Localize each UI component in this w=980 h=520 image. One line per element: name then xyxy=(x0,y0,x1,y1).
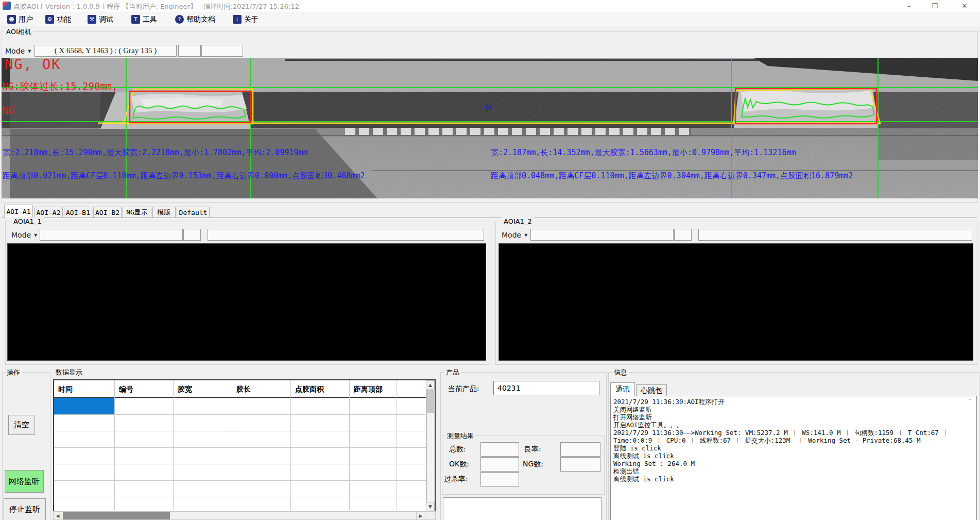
chevron-down-icon: ▼ xyxy=(524,233,527,238)
aoia1-2-mode-dropdown[interactable]: Mode▼ xyxy=(502,229,527,241)
overkill-rate-field xyxy=(480,472,519,487)
clear-button[interactable]: 清空 xyxy=(8,415,35,435)
log-line: 离线测试 is click xyxy=(613,452,674,460)
column-header-glue-length[interactable]: 胶长 xyxy=(236,385,251,394)
camera-mode-dropdown[interactable]: Mode▼ xyxy=(5,45,31,57)
table-vscrollbar-thumb[interactable] xyxy=(427,390,434,413)
log-line: Working Set : 264.0 M xyxy=(613,460,695,467)
chevron-down-icon: ▼ xyxy=(34,233,37,238)
ok-count-label: OK数: xyxy=(449,460,469,469)
about-icon: i xyxy=(233,15,242,24)
row-separator xyxy=(54,480,426,481)
menu-item-user[interactable]: ☻ 用户 xyxy=(7,14,33,24)
tab-aoi-a2[interactable]: AOI-A2 xyxy=(34,207,63,218)
column-header-glue-area[interactable]: 点胶面积 xyxy=(295,385,324,394)
aoia1-2-group-label: AOIA1_2 xyxy=(502,217,534,225)
tab-default[interactable]: Default xyxy=(177,207,210,218)
tab-ng-display[interactable]: NG显示 xyxy=(123,207,151,218)
row-separator xyxy=(54,447,426,448)
tab-aoi-a1[interactable]: AOI-A1 xyxy=(4,205,33,218)
gear-icon: ⚙ xyxy=(45,15,54,24)
yield-rate-field xyxy=(560,442,600,457)
menu-item-tools[interactable]: T 工具 xyxy=(131,14,157,24)
result-ng-ok-text: NG, OK xyxy=(5,58,61,72)
aoia1-1-field-1 xyxy=(40,229,183,241)
log-line: 打开网络监听 xyxy=(613,413,652,421)
column-header-glue-width[interactable]: 胶宽 xyxy=(178,385,192,394)
title-bar: 点胶AOI [ Version : 1.0.0.9 ] 程序 【当前用户: En… xyxy=(0,0,980,12)
aoia1-1-field-2 xyxy=(183,229,201,241)
minimize-button[interactable]: – xyxy=(897,0,921,12)
current-product-field[interactable]: 40231 xyxy=(493,381,599,395)
ok-count-field xyxy=(480,457,519,472)
total-count-field xyxy=(480,442,519,457)
measure-right-line2: 距离顶部0.048mm,距离CF层0.110mm,距离左边界0.304mm,距离… xyxy=(491,171,853,181)
tab-comm[interactable]: 通讯 xyxy=(610,382,635,396)
column-header-top-distance[interactable]: 距离顶部 xyxy=(354,385,383,394)
camera-group-label: AOI相机 xyxy=(4,27,33,37)
tab-aoi-b1[interactable]: AOI-B1 xyxy=(64,207,92,218)
selected-table-cell[interactable] xyxy=(54,398,114,414)
stop-listen-button[interactable]: 停止监听 xyxy=(4,498,46,520)
yield-rate-label: 良率: xyxy=(524,445,541,454)
close-button[interactable]: ✕ xyxy=(953,0,976,12)
column-separator xyxy=(397,380,397,510)
camera-coords-field: ( X 6568, Y 1463 ) : ( Gray 135 ) xyxy=(35,45,177,57)
table-hscrollbar-thumb[interactable] xyxy=(63,512,170,519)
table-scroll-left-arrow[interactable]: ◀ xyxy=(53,511,62,520)
log-scroll-up-arrow[interactable]: ⌃ xyxy=(968,398,972,404)
ng-count-field xyxy=(560,457,600,472)
menu-item-help[interactable]: ? 帮助文档 xyxy=(175,14,215,24)
measure-result-group-label: 测量结果 xyxy=(445,431,476,441)
camera-image[interactable]: NG, OK NG:胶体过长:15.290mm, NG OK 宽:2.218mm… xyxy=(2,58,978,198)
log-line: Time:0:0:9 ︱ CPU:0 ︱ 线程数:67 ︱ 提交大小:123M … xyxy=(613,437,921,444)
tab-heartbeat[interactable]: 心跳包 xyxy=(636,384,667,396)
aoia1-2-field-1 xyxy=(530,229,674,241)
log-line: 2021/7/29 11:36:30——>Working Set: VM:523… xyxy=(613,429,949,437)
chevron-down-icon: ▼ xyxy=(28,49,31,54)
column-separator xyxy=(349,380,350,510)
menu-item-debug[interactable]: ⚒ 调试 xyxy=(88,14,113,24)
overkill-rate-label: 过杀率: xyxy=(444,475,468,484)
network-listen-button[interactable]: 网络监听 xyxy=(5,470,44,493)
measure-left-line1: 宽:2.218mm,长:15.290mm,最大胶宽:2.2218mm,最小:1.… xyxy=(3,148,308,158)
table-scroll-down-arrow[interactable]: ▼ xyxy=(426,502,435,511)
table-scroll-right-arrow[interactable]: ▶ xyxy=(416,511,425,520)
log-line: 关闭网络监听 xyxy=(613,406,652,413)
info-group-label: 信息 xyxy=(612,368,629,377)
aoia1-2-image-view[interactable] xyxy=(498,243,973,361)
aoia1-1-mode-dropdown[interactable]: Mode▼ xyxy=(11,229,37,241)
maximize-button[interactable]: ❐ xyxy=(923,0,947,12)
log-line: 离线测试 is click xyxy=(613,475,674,483)
user-icon: ☻ xyxy=(7,15,16,24)
aoia1-1-group-label: AOIA1_1 xyxy=(11,217,44,225)
current-product-label: 当前产品: xyxy=(448,384,479,394)
app-icon xyxy=(3,2,11,10)
product-message-box xyxy=(443,497,601,520)
menu-item-about[interactable]: i 关于 xyxy=(233,14,259,24)
tab-template[interactable]: 模版 xyxy=(152,207,176,218)
camera-field-3 xyxy=(201,45,243,57)
log-line: 登陆 is click xyxy=(613,444,661,452)
measure-right-line1: 宽:2.187mm,长:14.352mm,最大胶宽:1.5663mm,最小:0.… xyxy=(491,148,796,158)
operations-group-label: 操作 xyxy=(5,368,22,377)
aoia1-1-image-view[interactable] xyxy=(7,243,486,361)
ng-reason-text: NG:胶体过长:15.290mm, xyxy=(2,80,118,93)
column-separator xyxy=(232,380,232,510)
column-header-time[interactable]: 时间 xyxy=(58,385,73,394)
operations-group-box xyxy=(2,372,50,520)
measure-left-line2: 距离顶部0.021mm,距离CF层0.110mm,距离左边界0.153mm,距离… xyxy=(3,171,365,181)
row-separator xyxy=(54,414,426,415)
ng-count-label: NG数: xyxy=(523,460,543,469)
table-scroll-up-arrow[interactable]: ▲ xyxy=(426,380,435,390)
help-icon: ? xyxy=(175,15,184,24)
menu-item-function[interactable]: ⚙ 功能 xyxy=(45,14,71,24)
row-separator xyxy=(54,431,426,431)
log-line: 检测出错 xyxy=(613,467,639,475)
column-separator xyxy=(173,380,174,510)
log-line: 2021/7/29 11:36:30:AOI程序打开 xyxy=(613,398,725,406)
ok-flag-text: OK xyxy=(484,103,493,111)
aoia1-2-field-3 xyxy=(698,229,972,241)
tab-aoi-b2[interactable]: AOI-B2 xyxy=(93,207,122,218)
column-header-id[interactable]: 编号 xyxy=(119,385,133,394)
